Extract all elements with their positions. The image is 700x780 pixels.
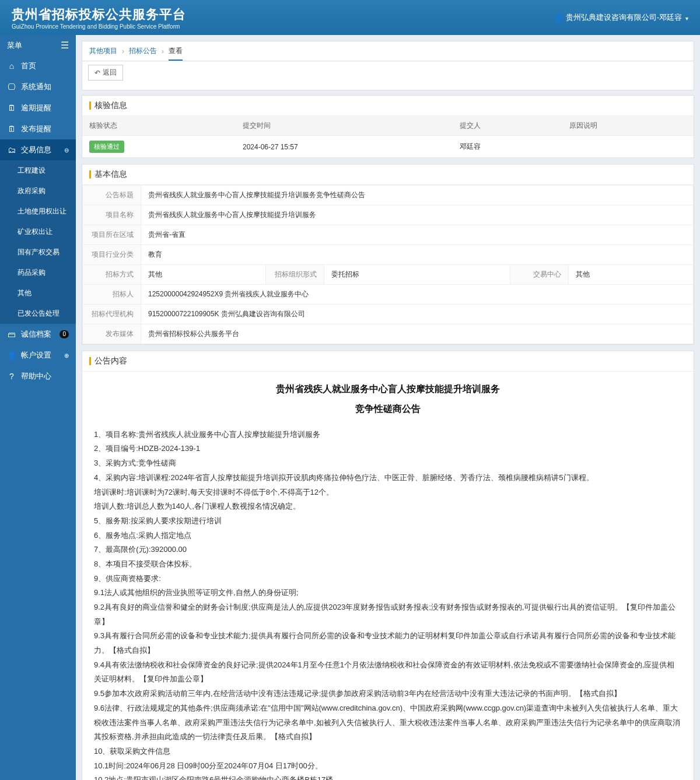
info-label: 项目所在区域 bbox=[83, 225, 141, 245]
info-table: 公告标题贵州省残疾人就业服务中心盲人按摩技能提升培训服务竞争性磋商公告项目名称贵… bbox=[82, 185, 694, 344]
content-line: 9.6法律、行政法规规定的其他条件;供应商须承诺:在"信用中国"网站(www.c… bbox=[94, 701, 682, 744]
info-label: 招标方式 bbox=[83, 265, 141, 285]
info-label: 发布媒体 bbox=[83, 324, 141, 344]
content-line: 9.1法人或其他组织的营业执照等证明文件,自然人的身份证明; bbox=[94, 586, 682, 600]
sidebar-sub-item-3[interactable]: 矿业权出让 bbox=[0, 222, 76, 242]
sidebar-sub-item-7[interactable]: 已发公告处理 bbox=[0, 303, 76, 324]
doc-title: 贵州省残疾人就业服务中心盲人按摩技能提升培训服务 bbox=[94, 380, 682, 398]
info-label: 项目名称 bbox=[83, 205, 141, 225]
crumb-2: 查看 bbox=[169, 46, 183, 61]
info-row: 招标代理机构91520000722109905K 贵州弘典建设咨询有限公司 bbox=[83, 305, 694, 324]
info-value: 91520000722109905K 贵州弘典建设咨询有限公司 bbox=[141, 305, 694, 324]
sidebar-item-label: 诚信档案 bbox=[21, 329, 51, 340]
verify-col-time: 提交时间 bbox=[236, 116, 453, 136]
info-label: 公告标题 bbox=[83, 186, 141, 205]
info-row: 招标人12520000042924952X9 贵州省残疾人就业服务中心 bbox=[83, 285, 694, 305]
sidebar-icon: 🗃 bbox=[7, 330, 16, 339]
crumb-1[interactable]: 招标公告 bbox=[129, 46, 157, 56]
sidebar-sub-item-6[interactable]: 其他 bbox=[0, 283, 76, 303]
basic-panel: 基本信息 公告标题贵州省残疾人就业服务中心盲人按摩技能提升培训服务竞争性磋商公告… bbox=[82, 164, 694, 345]
user-icon: 👤 bbox=[554, 13, 564, 22]
content-line: 10.1时间:2024年06月28 日09时00分至2024年07月04 日17… bbox=[94, 759, 682, 774]
sidebar-sub-item-0[interactable]: 工程建设 bbox=[0, 160, 76, 181]
expand-icon: ⊕ bbox=[64, 352, 69, 359]
sidebar-item-2[interactable]: 🗓逾期提醒 bbox=[0, 97, 76, 118]
info-row: 项目行业分类教育 bbox=[83, 245, 694, 265]
return-label: 返回 bbox=[103, 68, 117, 78]
sidebar-item-label: 发布提醒 bbox=[21, 124, 51, 134]
sidebar: 菜单 ☰ ⌂首页🖵系统通知🗓逾期提醒🗓发布提醒🗂交易信息⊖工程建设政府采购土地使… bbox=[0, 35, 76, 780]
verify-panel: 核验信息 核验状态 提交时间 提交人 原因说明 核验通过 2024-06-27 … bbox=[82, 95, 694, 158]
sidebar-item-0[interactable]: ⌂首页 bbox=[0, 55, 76, 76]
sidebar-icon: ? bbox=[7, 372, 16, 381]
content-line: 8、本项目不接受联合体投标。 bbox=[94, 557, 682, 572]
user-menu[interactable]: 👤 贵州弘典建设咨询有限公司-邓廷容 bbox=[554, 12, 688, 23]
info-row: 公告标题贵州省残疾人就业服务中心盲人按摩技能提升培训服务竞争性磋商公告 bbox=[83, 186, 694, 205]
content-panel: 公告内容 贵州省残疾人就业服务中心盲人按摩技能提升培训服务 竞争性磋商公告 1、… bbox=[82, 351, 694, 780]
basic-title: 基本信息 bbox=[82, 165, 694, 185]
info-value: 贵州省-省直 bbox=[141, 225, 694, 245]
content-line: 4、采购内容:培训课程:2024年省盲人按摩技能提升培训拟开设肌肉疼痛拉伸特色疗… bbox=[94, 471, 682, 485]
sidebar-sub-item-5[interactable]: 药品采购 bbox=[0, 263, 76, 283]
content-line: 9.3具有履行合同所必需的设备和专业技术能力;提供具有履行合同所必需的设备和专业… bbox=[94, 629, 682, 657]
verify-reason bbox=[562, 136, 694, 158]
sidebar-sub-item-4[interactable]: 国有产权交易 bbox=[0, 242, 76, 263]
sidebar-sub-item-2[interactable]: 土地使用权出让 bbox=[0, 201, 76, 222]
content-line: 1、项目名称:贵州省残疾人就业服务中心盲人按摩技能提升培训服务 bbox=[94, 428, 682, 442]
content-line: 5、服务期:按采购人要求按期进行培训 bbox=[94, 514, 682, 529]
content-line: 培训课时:培训课时为72课时,每天安排课时不得低于8个,不得高于12个。 bbox=[94, 485, 682, 500]
sidebar-item-7[interactable]: ?帮助中心 bbox=[0, 366, 76, 387]
status-badge: 核验通过 bbox=[89, 141, 124, 153]
sidebar-item-5[interactable]: 🗃诚信档案0 bbox=[0, 324, 76, 345]
info-row: 发布媒体贵州省招标投标公共服务平台 bbox=[83, 324, 694, 344]
header-title-block: 贵州省招标投标公共服务平台 GuiZhou Province Tendering… bbox=[12, 6, 186, 30]
sidebar-item-3[interactable]: 🗓发布提醒 bbox=[0, 118, 76, 139]
return-button[interactable]: ↶ 返回 bbox=[88, 65, 123, 81]
content-body: 贵州省残疾人就业服务中心盲人按摩技能提升培训服务 竞争性磋商公告 1、项目名称:… bbox=[82, 372, 694, 780]
verify-table: 核验状态 提交时间 提交人 原因说明 核验通过 2024-06-27 15:57… bbox=[82, 116, 694, 158]
sidebar-icon: 🗂 bbox=[7, 145, 16, 155]
sidebar-icon: 🖵 bbox=[7, 82, 16, 92]
info-value: 教育 bbox=[141, 245, 694, 265]
content-line: 9.2具有良好的商业信誉和健全的财务会计制度;供应商是法人的,应提供2023年度… bbox=[94, 600, 682, 629]
content-line: 6、服务地点:采购人指定地点 bbox=[94, 529, 682, 543]
sidebar-item-4[interactable]: 🗂交易信息⊖ bbox=[0, 139, 76, 160]
main-area: 其他项目 › 招标公告 › 查看 ↶ 返回 核验信息 核验状态 提交时间 提交人… bbox=[76, 35, 700, 780]
menu-label: 菜单 bbox=[7, 40, 22, 51]
sidebar-sub-item-1[interactable]: 政府采购 bbox=[0, 181, 76, 201]
sidebar-item-label: 逾期提醒 bbox=[21, 103, 51, 113]
verify-row: 核验通过 2024-06-27 15:57 邓廷容 bbox=[82, 136, 694, 158]
info-label: 招标组织形式 bbox=[266, 265, 324, 285]
sidebar-item-label: 交易信息 bbox=[21, 145, 51, 155]
sidebar-badge: 0 bbox=[60, 330, 69, 338]
content-line: 9、供应商资格要求: bbox=[94, 572, 682, 586]
info-row: 项目所在区域贵州省-省直 bbox=[83, 225, 694, 245]
app-title-cn: 贵州省招标投标公共服务平台 bbox=[12, 6, 186, 23]
menu-toggle-icon[interactable]: ☰ bbox=[61, 40, 69, 51]
breadcrumb: 其他项目 › 招标公告 › 查看 bbox=[82, 41, 694, 61]
chevron-down-icon bbox=[684, 13, 688, 22]
sidebar-item-1[interactable]: 🖵系统通知 bbox=[0, 76, 76, 97]
info-value: 12520000042924952X9 贵州省残疾人就业服务中心 bbox=[141, 285, 694, 305]
info-value: 其他 bbox=[568, 265, 693, 285]
info-row-triple: 招标方式其他招标组织形式委托招标交易中心其他 bbox=[83, 265, 694, 285]
sidebar-item-label: 系统通知 bbox=[21, 82, 51, 92]
sidebar-item-6[interactable]: 👤帐户设置⊕ bbox=[0, 345, 76, 366]
info-value: 贵州省残疾人就业服务中心盲人按摩技能提升培训服务竞争性磋商公告 bbox=[141, 186, 694, 205]
crumb-sep: › bbox=[122, 47, 124, 55]
info-label: 项目行业分类 bbox=[83, 245, 141, 265]
sidebar-icon: 👤 bbox=[7, 351, 16, 360]
sidebar-icon: ⌂ bbox=[7, 61, 16, 71]
return-icon: ↶ bbox=[94, 69, 100, 77]
content-section-title: 公告内容 bbox=[82, 351, 694, 372]
crumb-0[interactable]: 其他项目 bbox=[89, 46, 117, 56]
user-label: 贵州弘典建设咨询有限公司-邓廷容 bbox=[566, 12, 682, 23]
sidebar-item-label: 帮助中心 bbox=[21, 371, 51, 382]
content-line: 10.2地点:贵阳市观山湖区金阳南路6号世纪金源购物中心商务楼B栋17楼。 bbox=[94, 773, 682, 780]
info-value: 委托招标 bbox=[324, 265, 510, 285]
info-value: 其他 bbox=[141, 265, 266, 285]
content-line: 3、采购方式:竞争性磋商 bbox=[94, 456, 682, 471]
sidebar-icon: 🗓 bbox=[7, 103, 16, 113]
verify-submitter: 邓廷容 bbox=[453, 136, 562, 158]
info-label: 招标人 bbox=[83, 285, 141, 305]
